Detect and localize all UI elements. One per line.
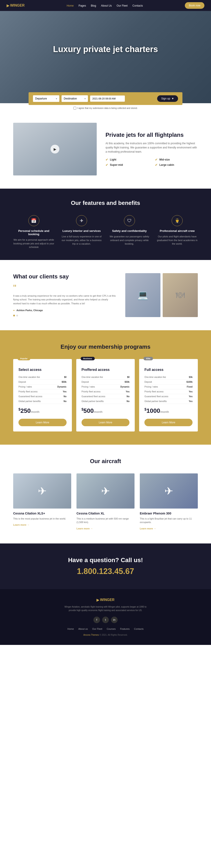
jet-option-supermid: ✔ Super-mid: [106, 163, 148, 167]
row-value: $50k: [125, 381, 129, 383]
date-input[interactable]: [90, 95, 125, 102]
book-now-button[interactable]: Book now: [185, 2, 204, 9]
aircraft-name-2: Cessna Citation XL: [77, 512, 134, 515]
feature-schedule-title: Personal schedule and booking: [13, 229, 55, 236]
feature-crew-title: Professional aircraft crew: [157, 229, 198, 232]
aircraft-image-3: ✈: [140, 473, 198, 508]
member-row: Pricing / rates Dynamic: [82, 384, 130, 389]
aircraft-image-1: ✈: [13, 473, 71, 508]
row-value: No: [127, 395, 129, 398]
testimonial-dots: [13, 315, 117, 316]
social-linkedin-button[interactable]: in: [111, 617, 118, 623]
row-label: Guaranteed fleet access: [82, 395, 105, 398]
footer-link-home[interactable]: Home: [67, 627, 74, 630]
footer-link-features[interactable]: Features: [120, 627, 129, 630]
row-label: One-time vacation fee: [19, 376, 40, 378]
aircraft-card-1: ✈ Cessna Citation XLS+ This is the most …: [13, 473, 71, 530]
aircraft-card-3: ✈ Embraer Phenom 300 This is a light Bra…: [140, 473, 198, 530]
social-facebook-button[interactable]: f: [93, 617, 100, 623]
row-label: One-time vacation fee: [82, 376, 103, 378]
check-icon: ✔: [106, 163, 108, 167]
row-value: Dynamic: [120, 385, 130, 388]
aircraft-section: Our aircraft ✈ Cessna Citation XLS+ This…: [0, 445, 211, 544]
row-label: Pricing / rates: [19, 385, 32, 388]
member-row: Pricing / rates Fixed: [144, 384, 192, 389]
price-suffix: /month: [94, 410, 102, 413]
select-plan-button[interactable]: Learn More: [19, 419, 67, 426]
feature-safety: 🛡 Safety and confidentiality We guarante…: [109, 215, 150, 249]
features-grid: 📅 Personal schedule and booking We aim f…: [13, 215, 198, 249]
member-row: Global partner benefits No: [19, 399, 67, 404]
features-section: Our features and benefits 📅 Personal sch…: [0, 189, 211, 260]
membership-card-full: Elite Full access One-time vacation fee …: [139, 359, 198, 432]
member-row: Pricing / rates Dynamic: [19, 384, 67, 389]
footer-link-fleet[interactable]: Our Fleet: [92, 627, 102, 630]
testimonials-left: What our clients say " It was a truly am…: [13, 273, 117, 317]
nav-fleet[interactable]: Our Fleet: [117, 4, 128, 7]
nav-home[interactable]: Home: [67, 4, 73, 7]
member-row: Guaranteed fleet access Yes: [144, 394, 192, 399]
row-label: Global partner benefits: [19, 400, 41, 402]
logo: ▶ WINGER: [7, 3, 25, 8]
aircraft-desc-3: This is a light Brazilian jet that can c…: [140, 517, 198, 524]
cta-phone: 1.800.123.45.67: [13, 567, 198, 576]
footer-link-courses[interactable]: Courses: [107, 627, 116, 630]
member-row: Priority fleet access Yes: [82, 389, 130, 394]
aircraft-link-2[interactable]: Learn more →: [77, 527, 93, 530]
features-title: Our features and benefits: [13, 199, 198, 207]
aircraft-image-2: ✈: [77, 473, 134, 508]
departure-select[interactable]: Departure: [33, 95, 59, 102]
footer-link-contacts[interactable]: Contacts: [134, 627, 144, 630]
check-icon: ✔: [155, 158, 158, 161]
row-label: Deposit: [19, 381, 26, 383]
membership-title: Enjoy our membership programs: [13, 343, 198, 350]
aircraft-link-3[interactable]: Learn more →: [140, 527, 156, 530]
jets-section: ▶ Private jets for all flightplans At th…: [0, 110, 211, 189]
testimonial-dot-1[interactable]: [13, 315, 15, 316]
aircraft-link-1[interactable]: Learn more →: [13, 524, 29, 526]
nav-pages[interactable]: Pages: [79, 4, 86, 7]
nav-links: Home Pages Blog About Us Our Fleet Conta…: [67, 3, 143, 7]
destination-select[interactable]: Destination: [62, 95, 88, 102]
jets-image-inner: ▶: [13, 123, 97, 176]
feature-safety-desc: We guarantee our passengers safety onboa…: [109, 235, 150, 246]
nav-contacts[interactable]: Contacts: [132, 4, 143, 7]
preferred-plan-button[interactable]: Learn More: [82, 419, 130, 426]
check-icon: ✔: [155, 163, 158, 167]
membership-grid: Popular Select access One-time vacation …: [13, 359, 198, 432]
footer-link-about[interactable]: About us: [78, 627, 88, 630]
signup-label: Sign up: [161, 97, 170, 100]
hero-section: Luxury private jet charters: [0, 11, 211, 103]
footer-ancora-link[interactable]: Ancorа Themes: [83, 634, 99, 636]
nav-blog[interactable]: Blog: [91, 4, 96, 7]
quote-mark: ": [13, 284, 117, 291]
row-value: Yes: [189, 395, 192, 398]
jets-text: Private jets for all flightplans At this…: [106, 131, 198, 167]
play-button[interactable]: ▶: [51, 145, 59, 154]
row-value: No: [127, 400, 129, 402]
testimonial-dot-2[interactable]: [16, 315, 18, 316]
booking-bar-inner: Departure ▼ Destination ▼ Sign up ▼: [29, 92, 182, 105]
row-value: Yes: [189, 391, 192, 393]
footer-social: f t in: [13, 617, 198, 623]
full-plan-button[interactable]: Learn More: [144, 419, 192, 426]
aircraft-name-3: Embraer Phenom 300: [140, 512, 198, 515]
footer-copyright: Ancorа Themes © 2021. All Rights Reserve…: [13, 634, 198, 636]
consent-checkbox[interactable]: [73, 107, 76, 110]
price-suffix: /month: [31, 410, 39, 413]
signup-button[interactable]: Sign up ▼: [157, 95, 178, 102]
member-row: Deposit $50k: [19, 380, 67, 384]
member-row: Global partner benefits No: [82, 399, 130, 404]
testimonial-text: It was a truly amazing experience for me…: [13, 294, 117, 306]
membership-card-select: Popular Select access One-time vacation …: [13, 359, 72, 432]
member-title-preferred: Preffered access: [82, 368, 130, 372]
member-badge-business: Business: [81, 357, 95, 360]
hero-title: Luxury private jet charters: [53, 44, 158, 55]
row-value: $0: [127, 376, 129, 378]
footer-copy-text: © 2021. All Rights Reserved.: [99, 634, 128, 636]
luxury-icon: ✈: [76, 215, 87, 226]
row-value: Yes: [126, 391, 129, 393]
nav-about[interactable]: About Us: [101, 4, 112, 7]
footer-logo-icon: ▶: [96, 598, 99, 602]
social-twitter-button[interactable]: t: [102, 617, 109, 623]
